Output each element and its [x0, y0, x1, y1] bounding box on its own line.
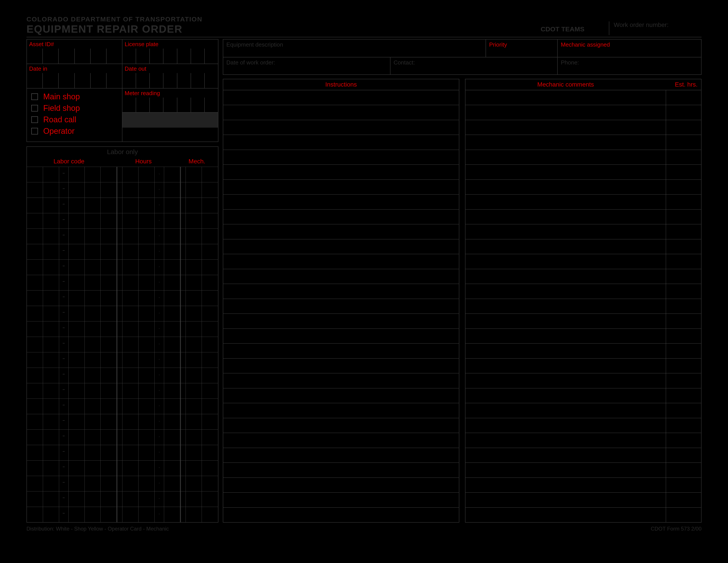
comment-line[interactable]: [465, 239, 701, 254]
comment-line[interactable]: [465, 359, 701, 373]
comment-line[interactable]: [465, 254, 701, 269]
labor-row[interactable]: –.: [27, 259, 218, 275]
labor-row[interactable]: –.: [27, 213, 218, 228]
instruction-line[interactable]: [223, 194, 459, 209]
labor-row[interactable]: –.: [27, 228, 218, 244]
instruction-line[interactable]: [223, 329, 459, 344]
comment-line[interactable]: [465, 448, 701, 463]
labor-row[interactable]: –.: [27, 414, 218, 430]
date-in-cells[interactable]: [27, 73, 122, 88]
instruction-line[interactable]: [223, 239, 459, 254]
instruction-line[interactable]: [223, 493, 459, 507]
instruction-line[interactable]: [223, 284, 459, 299]
instruction-line[interactable]: [223, 165, 459, 179]
labor-row[interactable]: –.: [27, 290, 218, 306]
instructions-lines[interactable]: [223, 90, 459, 522]
labor-row[interactable]: –.: [27, 197, 218, 213]
comment-line[interactable]: [465, 120, 701, 135]
instruction-line[interactable]: [223, 448, 459, 463]
labor-rows[interactable]: –.–.–.–.–.–.–.–.–.–.–.–.–.–.–.–.–.–.–.–.…: [27, 167, 218, 522]
comment-line[interactable]: [465, 105, 701, 120]
instruction-line[interactable]: [223, 433, 459, 448]
comment-line[interactable]: [465, 150, 701, 165]
instruction-line[interactable]: [223, 120, 459, 135]
form-id-text: CDOT Form 573 2/00: [651, 526, 702, 532]
asset-id-cells[interactable]: [27, 49, 122, 64]
mechanic-assigned-field[interactable]: Mechanic assigned: [558, 39, 701, 57]
comment-line[interactable]: [465, 463, 701, 478]
labor-row[interactable]: –.: [27, 244, 218, 259]
labor-row[interactable]: –.: [27, 491, 218, 507]
labor-row[interactable]: –.: [27, 182, 218, 197]
priority-field[interactable]: Priority: [486, 39, 558, 57]
comment-line[interactable]: [465, 194, 701, 209]
instruction-line[interactable]: [223, 403, 459, 418]
labor-row[interactable]: –.: [27, 476, 218, 491]
comment-line[interactable]: [465, 508, 701, 522]
labor-row[interactable]: –.: [27, 399, 218, 414]
labor-row[interactable]: –.: [27, 445, 218, 460]
comment-line[interactable]: [465, 135, 701, 150]
instruction-line[interactable]: [223, 269, 459, 284]
labor-row[interactable]: –.: [27, 321, 218, 337]
license-plate-cells[interactable]: [122, 49, 218, 64]
phone-field[interactable]: Phone:: [558, 57, 701, 74]
comment-line[interactable]: [465, 314, 701, 329]
instruction-line[interactable]: [223, 209, 459, 224]
instruction-line[interactable]: [223, 90, 459, 105]
instruction-line[interactable]: [223, 388, 459, 403]
comment-line[interactable]: [465, 209, 701, 224]
comment-line[interactable]: [465, 180, 701, 194]
comment-line[interactable]: [465, 344, 701, 358]
comment-line[interactable]: [465, 493, 701, 507]
equipment-description-field[interactable]: Equipment description: [223, 39, 486, 57]
labor-row[interactable]: –.: [27, 430, 218, 445]
instruction-line[interactable]: [223, 359, 459, 373]
instruction-line[interactable]: [223, 478, 459, 493]
comment-line[interactable]: [465, 403, 701, 418]
labor-row[interactable]: –.: [27, 275, 218, 290]
instruction-line[interactable]: [223, 135, 459, 150]
instruction-line[interactable]: [223, 418, 459, 433]
comments-lines[interactable]: [465, 90, 701, 522]
instruction-line[interactable]: [223, 314, 459, 329]
instruction-line[interactable]: [223, 344, 459, 358]
labor-row[interactable]: –.: [27, 337, 218, 352]
instruction-line[interactable]: [223, 180, 459, 194]
check-operator[interactable]: Operator: [31, 126, 118, 136]
comment-line[interactable]: [465, 299, 701, 314]
comment-line[interactable]: [465, 224, 701, 239]
date-out-cells[interactable]: [122, 73, 218, 88]
comment-line[interactable]: [465, 373, 701, 388]
comment-line[interactable]: [465, 418, 701, 433]
comment-line[interactable]: [465, 388, 701, 403]
meter-reading-cells[interactable]: [122, 98, 218, 113]
instruction-line[interactable]: [223, 463, 459, 478]
labor-row[interactable]: –.: [27, 460, 218, 476]
check-road-call[interactable]: Road call: [31, 115, 118, 124]
check-field-shop[interactable]: Field shop: [31, 103, 118, 113]
labor-row[interactable]: –.: [27, 368, 218, 383]
labor-row[interactable]: –.: [27, 167, 218, 182]
comment-line[interactable]: [465, 329, 701, 344]
comment-line[interactable]: [465, 90, 701, 105]
comment-line[interactable]: [465, 433, 701, 448]
instruction-line[interactable]: [223, 105, 459, 120]
contact-field[interactable]: Contact:: [390, 57, 558, 74]
comment-line[interactable]: [465, 269, 701, 284]
comment-line[interactable]: [465, 478, 701, 493]
labor-row[interactable]: –.: [27, 507, 218, 522]
labor-row[interactable]: –.: [27, 306, 218, 321]
comment-line[interactable]: [465, 165, 701, 179]
instruction-line[interactable]: [223, 508, 459, 522]
instruction-line[interactable]: [223, 254, 459, 269]
comment-line[interactable]: [465, 284, 701, 299]
labor-row[interactable]: –.: [27, 352, 218, 368]
instruction-line[interactable]: [223, 299, 459, 314]
check-main-shop[interactable]: Main shop: [31, 92, 118, 101]
date-of-work-order-field[interactable]: Date of work order:: [223, 57, 390, 74]
labor-row[interactable]: –.: [27, 383, 218, 399]
instruction-line[interactable]: [223, 224, 459, 239]
instruction-line[interactable]: [223, 150, 459, 165]
instruction-line[interactable]: [223, 373, 459, 388]
